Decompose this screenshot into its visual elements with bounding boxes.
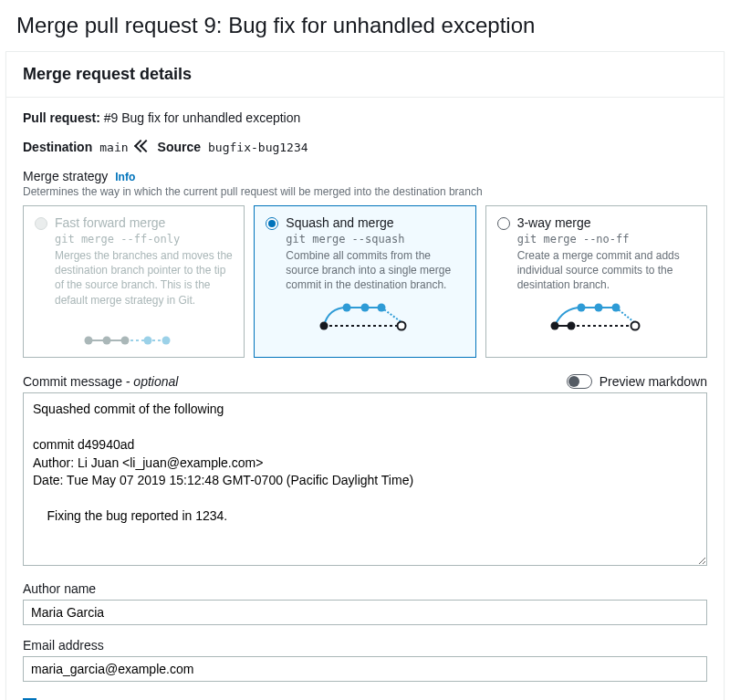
svg-point-12	[377, 303, 385, 311]
svg-point-2	[84, 336, 92, 344]
radio-fast-forward	[35, 217, 47, 230]
commit-message-label: Commit message - optional	[23, 374, 178, 389]
strategy-fast-forward: Fast forward merge git merge --ff-only M…	[23, 205, 245, 358]
author-name-label: Author name	[23, 581, 707, 596]
svg-point-20	[595, 303, 603, 311]
email-input[interactable]	[23, 656, 707, 682]
preview-markdown-toggle[interactable]: Preview markdown	[567, 374, 707, 389]
diagram-3way-icon	[541, 300, 651, 333]
strategy-squash[interactable]: Squash and merge git merge --squash Comb…	[254, 205, 475, 358]
destination-label: Destination	[23, 140, 92, 154]
svg-point-17	[551, 321, 559, 329]
author-name-input[interactable]	[23, 600, 707, 625]
radio-squash[interactable]	[266, 217, 278, 230]
toggle-icon[interactable]	[567, 374, 592, 389]
diagram-fast-forward-icon	[79, 315, 189, 348]
destination-branch: main	[99, 141, 128, 154]
strategy-title: 3-way merge	[517, 215, 591, 230]
diagram-squash-icon	[310, 300, 420, 333]
svg-point-11	[360, 303, 369, 311]
commit-message-input[interactable]	[23, 392, 707, 566]
merge-strategy-help: Determines the way in which the current …	[23, 185, 707, 198]
svg-point-6	[162, 336, 170, 344]
radio-3way[interactable]	[497, 217, 510, 230]
svg-point-22	[631, 321, 640, 329]
source-label: Source	[158, 140, 201, 154]
strategy-title: Squash and merge	[286, 215, 393, 230]
svg-point-19	[578, 303, 586, 311]
svg-point-9	[319, 321, 328, 329]
chevron-left-double-icon	[136, 141, 151, 153]
strategy-desc: Create a merge commit and adds individua…	[517, 248, 695, 293]
strategy-cmd: git merge --squash	[286, 233, 464, 246]
pull-request-label: Pull request:	[23, 110, 100, 125]
info-link[interactable]: Info	[115, 171, 135, 183]
merge-strategy-options: Fast forward merge git merge --ff-only M…	[23, 205, 707, 358]
svg-point-13	[397, 321, 405, 329]
strategy-desc: Combine all commits from the source bran…	[286, 248, 464, 293]
strategy-title: Fast forward merge	[55, 215, 165, 230]
svg-point-21	[612, 303, 620, 311]
pull-request-line: Pull request: #9 Bug fix for unhandled e…	[23, 110, 707, 125]
svg-point-18	[568, 321, 576, 329]
merge-strategy-label: Merge strategy Info	[23, 169, 707, 183]
merge-details-panel: Merge request details Pull request: #9 B…	[5, 51, 725, 700]
svg-point-3	[102, 336, 110, 344]
panel-title: Merge request details	[6, 52, 724, 98]
strategy-cmd: git merge --no-ff	[517, 233, 695, 246]
svg-point-4	[120, 336, 129, 344]
svg-point-5	[143, 336, 151, 344]
svg-point-10	[342, 303, 350, 311]
page-title: Merge pull request 9: Bug fix for unhand…	[0, 0, 730, 51]
strategy-desc: Merges the branches and moves the destin…	[55, 248, 233, 308]
strategy-cmd: git merge --ff-only	[55, 233, 233, 246]
email-label: Email address	[23, 638, 707, 653]
branch-flow: Destination main Source bugfix-bug1234	[23, 140, 707, 154]
strategy-3way[interactable]: 3-way merge git merge --no-ff Create a m…	[485, 205, 707, 358]
pull-request-text: #9 Bug fix for unhandled exception	[104, 110, 301, 125]
preview-markdown-label: Preview markdown	[600, 374, 707, 389]
source-branch: bugfix-bug1234	[208, 141, 308, 154]
